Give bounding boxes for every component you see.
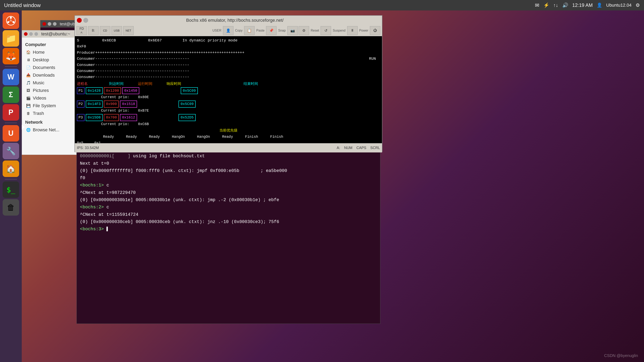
bochs-right-toolbar: USER 👤 Copy 📋 Paste 📌 Snap 📷 ⚙ Reset ↺ S… (212, 26, 380, 35)
bochs-ips: IPS: 33.542M (77, 146, 99, 150)
launcher-active-arrow (22, 125, 25, 129)
terminal-max-btn[interactable] (53, 22, 56, 26)
bochs-title: Bochs x86 emulator, http://bochs.sourcef… (90, 18, 380, 23)
process-table-headers: 到达时间 运行时间 响应时间 结束时间 进程名 (77, 81, 380, 87)
p2-arrival: 0x14F3 (86, 100, 103, 108)
p1-row: P1 0x1428 0x1200 0x1450 0x5C09 (77, 87, 380, 94)
volume-icon[interactable]: 🔊 (562, 2, 568, 8)
p2-name: P2 (77, 100, 84, 108)
launcher-home[interactable]: 🏠 (2, 160, 19, 177)
videos-folder-icon: 🎬 (26, 96, 31, 100)
p3-response: 0x1612 (120, 114, 137, 121)
p3-name: P3 (77, 114, 84, 121)
fm-item-trash-label: Trash (33, 111, 44, 116)
launcher-firefox[interactable]: 🦊 (2, 48, 19, 64)
window-title: Untitled window (4, 2, 535, 8)
bochs-power-label: Power (358, 29, 369, 32)
data-row-1: 0x5 0x1 (77, 140, 380, 143)
bochs-usb-btn[interactable]: USB (112, 26, 122, 35)
p2-prio-line: Current prio: 0xB7E (101, 108, 380, 114)
network-icon[interactable]: ↑↓ (554, 2, 558, 8)
bochs-copy-btn[interactable]: 📋 (244, 26, 254, 35)
launcher-calc[interactable]: Σ (2, 86, 19, 103)
launcher-divider-1 (5, 66, 17, 67)
bochs-num: NUM (344, 146, 352, 150)
bochs-power-btn[interactable]: ⏻ (370, 26, 380, 35)
launcher-trash[interactable]: 🗑 (2, 199, 19, 216)
p1-prio-line: Current prio: 0x80E (101, 94, 380, 100)
process-label: 进程名 (77, 81, 88, 87)
p3-row: P3 0x15D8 0x700 0x1612 0x52D5 (77, 114, 380, 121)
fm-item-music-label: Music (33, 80, 44, 85)
state-ready-3: Ready (149, 134, 160, 140)
bochs-reset-btn[interactable]: ↺ (320, 26, 331, 35)
bochs-paste-btn[interactable]: 📌 (266, 26, 276, 35)
bochs-floppy2-btn[interactable]: B: (88, 26, 98, 35)
documents-folder-icon: 📄 (26, 65, 31, 70)
p2-end: 0x5C09 (178, 100, 196, 108)
bochs-consumer-2: Consumer--------------------------------… (77, 62, 380, 68)
svg-point-1 (10, 17, 12, 19)
bochs-scrl: SCRL (370, 146, 380, 150)
bochs-user-btn[interactable]: 👤 (223, 26, 234, 35)
fm-item-videos-label: Videos (33, 95, 46, 101)
bochs-net-btn[interactable]: NET (123, 26, 134, 35)
tb-line-11: (0) [0x000000030ceb] 0005:00030ceb (unk.… (80, 218, 377, 226)
bochs-snap-btn[interactable]: 📷 (288, 26, 298, 35)
topbar-right: ✉ ⚡ ↑↓ 🔊 12:19 AM 👤 Ubuntu12.04 ⚙ (535, 2, 640, 8)
launcher-settings[interactable]: 🔧 (2, 143, 19, 159)
bochs-min-btn[interactable] (83, 18, 88, 23)
tb-line-2: 00000000000i[ ] using log file bochsout.… (80, 153, 377, 160)
launcher-divider-3 (5, 179, 17, 179)
bochs-drive: A: (337, 146, 340, 150)
bochs-floppy-btn[interactable]: FDA: (76, 26, 87, 35)
p2-row: P2 0x14F3 0x900 0x1518 0x5C09 (77, 100, 380, 108)
fm-item-pictures-label: Pictures (33, 88, 49, 93)
state-ready-2: Ready (126, 134, 137, 140)
bluetooth-icon[interactable]: ⚡ (544, 2, 550, 8)
home-folder-icon: 🏠 (26, 50, 31, 55)
bochs-config-btn[interactable]: ⚙ (299, 26, 309, 35)
p1-arrival: 0x1428 (86, 87, 103, 94)
bochs-suspend-label: Suspend (332, 29, 346, 32)
tb-line-3: Next at t=0 (80, 160, 377, 167)
p2-run: 0x900 (104, 100, 119, 108)
bochs-line-s: S 0x6ECB 0x6E67 In dynamic priority mode (77, 37, 380, 43)
launcher-files[interactable]: 📁 (2, 30, 19, 47)
mail-icon[interactable]: ✉ (535, 2, 539, 8)
downloads-folder-icon: 📥 (26, 73, 31, 78)
bochs-cdrom-btn[interactable]: CD (100, 26, 110, 35)
launcher-writer[interactable]: W (2, 69, 19, 85)
terminal-bottom-content: 00000000000i[SDL ] maximum host resoluti… (77, 143, 380, 236)
filesystem-icon: 💾 (26, 103, 31, 108)
fm-close-btn[interactable] (24, 32, 28, 36)
settings-gear-icon[interactable]: ⚙ (636, 2, 640, 8)
bochs-statusbar: IPS: 33.542M A: NUM CAPS SCRL (75, 143, 382, 152)
launcher-terminal[interactable]: $_ (2, 181, 19, 198)
launcher-impress[interactable]: P (2, 104, 19, 121)
bochs-emulator-window: Bochs x86 emulator, http://bochs.sourcef… (74, 15, 382, 152)
tb-line-4: (0) [0x0000fffffff0] f000:fff0 (unk. ctx… (80, 167, 377, 175)
bochs-consumer-4: Consumer--------------------------------… (77, 74, 380, 80)
terminal-min-btn[interactable] (48, 22, 51, 26)
fm-item-downloads-label: Downloads (33, 73, 55, 78)
launcher-ubuntu[interactable] (2, 12, 19, 29)
state-headers: Ready Ready Ready HangOn HangOn Ready Fi… (77, 134, 380, 140)
launcher-ubuntu-one[interactable]: U (2, 125, 19, 142)
tb-line-7: ^CNext at t=987229470 (80, 189, 377, 196)
bochs-display: S 0x6ECB 0x6E67 In dynamic priority mode… (75, 36, 382, 143)
bochs-user-label: USER (212, 29, 222, 32)
pictures-folder-icon: 🖼 (26, 88, 31, 93)
state-ready-1: Ready (103, 134, 114, 140)
bochs-suspend-btn[interactable]: ⏸ (347, 26, 358, 35)
fm-min-btn[interactable] (29, 32, 33, 36)
fm-max-btn[interactable] (34, 32, 38, 36)
tb-line-6: <bochs:1> c (80, 182, 377, 189)
p3-run: 0x700 (104, 114, 119, 121)
bochs-close-btn[interactable] (77, 18, 82, 23)
fm-title: test@ubuntu:~ (41, 31, 70, 37)
svg-point-3 (7, 21, 9, 23)
fm-item-desktop-label: Desktop (33, 57, 49, 62)
tb-line-9: <bochs:2> c (80, 204, 377, 211)
terminal-close-btn[interactable] (42, 22, 46, 26)
